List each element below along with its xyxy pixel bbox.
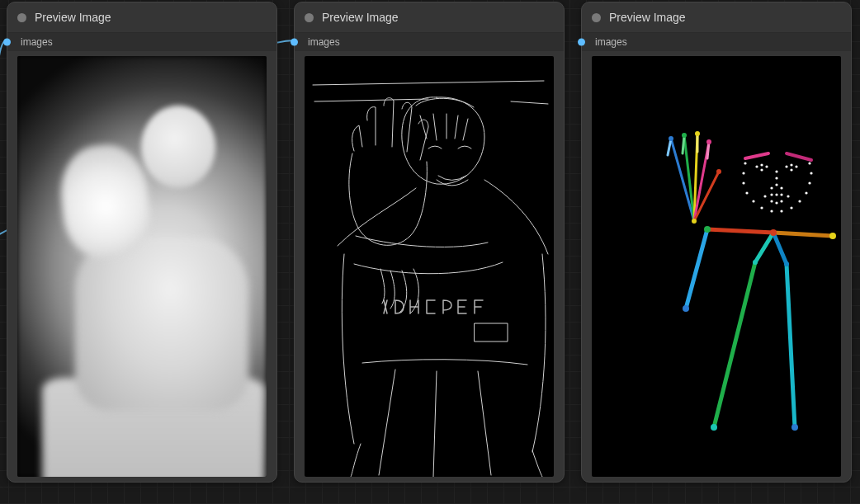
node-header[interactable]: Preview Image	[582, 2, 851, 33]
svg-point-66	[770, 200, 773, 202]
svg-point-57	[770, 186, 773, 189]
collapse-dot-icon[interactable]	[17, 13, 26, 22]
depth-map-image[interactable]	[17, 56, 267, 477]
svg-point-28	[706, 139, 711, 144]
edge-map-image[interactable]	[305, 56, 554, 477]
input-port-dot[interactable]	[3, 39, 11, 46]
svg-point-37	[760, 206, 763, 209]
input-port-dot[interactable]	[291, 39, 298, 46]
svg-point-33	[742, 172, 744, 174]
svg-point-40	[790, 206, 792, 209]
preview-body	[7, 51, 276, 482]
node-title: Preview Image	[322, 11, 399, 24]
node-header[interactable]: Preview Image	[7, 2, 276, 33]
svg-point-19	[753, 260, 758, 265]
svg-point-65	[775, 201, 777, 204]
svg-point-58	[780, 186, 782, 189]
svg-point-44	[810, 172, 812, 174]
svg-point-51	[790, 163, 792, 166]
svg-line-5	[787, 264, 795, 427]
svg-point-54	[775, 170, 777, 172]
svg-point-17	[770, 229, 777, 236]
svg-point-62	[780, 193, 782, 195]
svg-point-56	[775, 183, 777, 186]
svg-point-34	[742, 181, 744, 184]
svg-line-2	[755, 233, 773, 262]
svg-point-64	[780, 200, 782, 202]
svg-line-30	[745, 153, 768, 158]
svg-point-43	[808, 181, 810, 184]
collapse-dot-icon[interactable]	[305, 13, 314, 22]
node-title: Preview Image	[35, 11, 111, 24]
pose-skeleton-image[interactable]	[592, 56, 841, 477]
svg-point-32	[744, 162, 746, 164]
svg-point-38	[770, 210, 773, 212]
svg-point-55	[775, 177, 777, 179]
input-port-label: images	[21, 36, 53, 48]
svg-line-1	[773, 233, 833, 236]
svg-point-24	[692, 219, 697, 224]
svg-point-39	[780, 210, 782, 212]
input-port-row: images	[582, 33, 851, 51]
svg-point-21	[711, 424, 717, 431]
svg-point-48	[765, 165, 768, 167]
svg-line-4	[773, 233, 787, 264]
svg-point-46	[755, 165, 758, 167]
svg-point-45	[808, 162, 810, 164]
collapse-dot-icon[interactable]	[592, 13, 601, 22]
svg-point-35	[745, 191, 748, 194]
svg-point-36	[752, 200, 754, 202]
svg-point-41	[798, 200, 801, 202]
svg-point-60	[770, 193, 773, 195]
svg-point-49	[760, 168, 763, 171]
node-title: Preview Image	[609, 11, 686, 24]
input-port-row: images	[295, 33, 564, 51]
preview-image-node-1[interactable]: Preview Image images	[7, 2, 277, 483]
svg-point-23	[683, 305, 689, 312]
svg-line-0	[707, 229, 773, 233]
svg-point-61	[775, 193, 777, 195]
svg-line-31	[787, 153, 811, 160]
svg-point-63	[787, 195, 789, 197]
svg-line-13	[683, 135, 684, 153]
svg-line-3	[714, 262, 755, 427]
svg-point-18	[829, 233, 836, 239]
svg-point-22	[791, 424, 798, 431]
svg-point-25	[669, 136, 673, 141]
svg-point-26	[682, 133, 687, 138]
svg-point-47	[760, 163, 763, 166]
svg-line-8	[684, 135, 694, 221]
node-graph-workspace[interactable]: Preview Image images Preview Image image…	[0, 0, 860, 504]
svg-point-50	[785, 165, 787, 167]
input-port-dot[interactable]	[578, 39, 585, 46]
svg-point-59	[763, 195, 766, 197]
svg-point-42	[805, 191, 807, 194]
svg-point-53	[790, 168, 792, 171]
svg-point-52	[795, 165, 797, 167]
preview-body	[582, 51, 851, 482]
svg-line-15	[707, 142, 709, 158]
preview-image-node-3[interactable]: Preview Image images	[581, 2, 852, 483]
input-port-label: images	[595, 36, 627, 48]
preview-image-node-2[interactable]: Preview Image images	[294, 2, 565, 483]
svg-point-20	[784, 261, 789, 266]
input-port-row: images	[7, 33, 276, 51]
preview-body	[295, 51, 564, 482]
svg-point-27	[695, 131, 700, 136]
svg-point-16	[704, 226, 711, 233]
svg-point-29	[716, 169, 721, 174]
node-header[interactable]: Preview Image	[295, 2, 564, 33]
input-port-label: images	[308, 36, 340, 48]
svg-line-6	[686, 229, 707, 309]
svg-line-12	[668, 139, 671, 155]
